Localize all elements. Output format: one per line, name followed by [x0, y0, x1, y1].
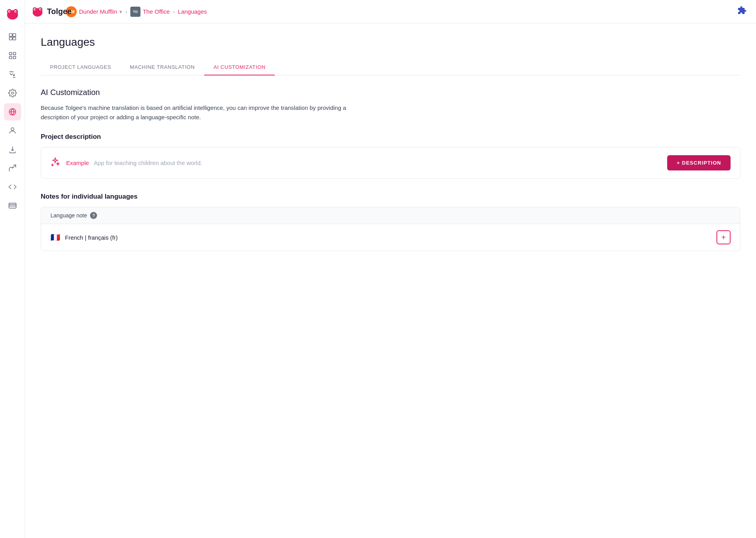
- sidebar-item-developer[interactable]: [4, 178, 21, 195]
- topbar: Tolgee DM Dunder Mufflin ▾ › TO The Offi…: [25, 0, 756, 23]
- breadcrumb-separator-1: ›: [125, 9, 127, 15]
- svg-rect-11: [9, 52, 11, 55]
- svg-rect-9: [9, 37, 12, 40]
- breadcrumb-org[interactable]: DM Dunder Mufflin ▾: [66, 6, 122, 17]
- breadcrumb-current-page: Languages: [178, 8, 207, 15]
- svg-point-5: [9, 11, 10, 12]
- add-french-note-button[interactable]: +: [716, 230, 731, 244]
- tab-machine-translation[interactable]: MACHINE TRANSLATION: [121, 59, 204, 75]
- language-notes-title: Notes for individual languages: [41, 193, 740, 201]
- sidebar-item-translate[interactable]: [4, 66, 21, 83]
- svg-point-26: [40, 9, 41, 10]
- example-placeholder-text: App for teaching children about the worl…: [94, 160, 202, 166]
- org-dropdown-chevron[interactable]: ▾: [119, 9, 122, 15]
- sidebar-item-export[interactable]: [4, 160, 21, 177]
- svg-rect-19: [9, 204, 16, 206]
- svg-point-15: [11, 92, 14, 94]
- help-icon[interactable]: ?: [90, 212, 97, 219]
- sidebar-item-dashboard[interactable]: [4, 28, 21, 45]
- tab-ai-customization[interactable]: AI CUSTOMIZATION: [204, 59, 275, 75]
- language-note-column-label: Language note: [50, 212, 87, 219]
- page-content: Languages PROJECT LANGUAGES MACHINE TRAN…: [25, 23, 756, 538]
- sidebar-item-billing[interactable]: [4, 197, 21, 214]
- french-language-name: French | français (fr): [65, 234, 712, 241]
- svg-rect-12: [13, 52, 15, 55]
- page-title: Languages: [41, 36, 740, 48]
- svg-rect-13: [9, 56, 11, 59]
- example-content: Example App for teaching children about …: [66, 160, 202, 167]
- sidebar-item-import[interactable]: [4, 141, 21, 158]
- language-row-french: 🇫🇷 French | français (fr) +: [41, 224, 740, 251]
- ai-customization-title: AI Customization: [41, 88, 740, 97]
- svg-point-25: [34, 9, 36, 10]
- extensions-icon[interactable]: [737, 6, 747, 18]
- project-badge: TO: [130, 7, 140, 17]
- breadcrumb-separator-2: ›: [173, 9, 175, 15]
- project-name: The Office: [143, 8, 170, 15]
- sidebar-item-settings[interactable]: [4, 84, 21, 102]
- language-notes-box: Language note ? 🇫🇷 French | français (fr…: [41, 207, 740, 251]
- project-description-box: Example App for teaching children about …: [41, 147, 740, 179]
- svg-point-6: [15, 11, 16, 12]
- svg-rect-18: [9, 203, 16, 208]
- svg-rect-14: [13, 56, 15, 59]
- svg-point-17: [11, 128, 14, 131]
- add-description-button[interactable]: + DESCRIPTION: [667, 155, 731, 170]
- breadcrumb: DM Dunder Mufflin ▾ › TO The Office › La…: [66, 6, 207, 17]
- app-logo-header: Tolgee: [31, 5, 72, 18]
- topbar-right: [737, 6, 747, 18]
- app-logo: [3, 5, 22, 23]
- breadcrumb-project[interactable]: TO The Office: [130, 7, 170, 17]
- language-notes-header: Language note ?: [41, 207, 740, 224]
- sidebar-item-members[interactable]: [4, 122, 21, 139]
- sidebar-item-languages[interactable]: [4, 103, 21, 120]
- svg-rect-8: [13, 34, 15, 36]
- org-name: Dunder Mufflin: [79, 8, 117, 15]
- project-description-label: Project description: [41, 133, 740, 141]
- sidebar-item-translations[interactable]: [4, 47, 21, 64]
- tab-project-languages[interactable]: PROJECT LANGUAGES: [41, 59, 121, 75]
- sidebar: [0, 0, 25, 538]
- main-content: Tolgee DM Dunder Mufflin ▾ › TO The Offi…: [25, 0, 756, 538]
- svg-rect-7: [9, 34, 12, 36]
- app-name: Tolgee: [47, 7, 72, 16]
- example-label: Example: [66, 160, 89, 166]
- svg-rect-10: [13, 37, 15, 40]
- french-flag-icon: 🇫🇷: [50, 233, 60, 242]
- tabs: PROJECT LANGUAGES MACHINE TRANSLATION AI…: [41, 59, 740, 75]
- ai-customization-desc: Because Tolgee's machine translation is …: [41, 103, 354, 122]
- ai-sparkle-icon: [50, 157, 60, 169]
